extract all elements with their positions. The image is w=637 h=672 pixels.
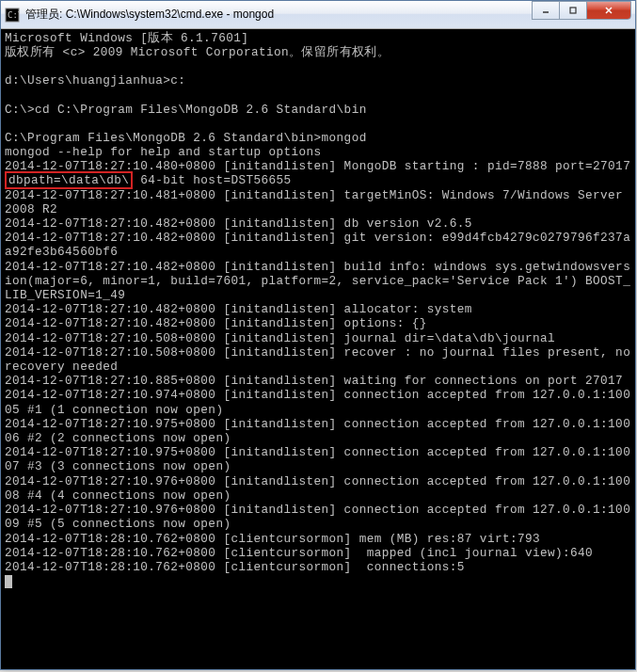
cmd-window: C:\ 管理员: C:\Windows\system32\cmd.exe - m… xyxy=(0,0,636,670)
terminal-line: 64-bit host=DST56655 xyxy=(133,173,291,187)
terminal-line: 2014-12-07T18:27:10.976+0800 [initandlis… xyxy=(5,474,630,503)
terminal-line: 2014-12-07T18:27:10.482+0800 [initandlis… xyxy=(5,231,630,259)
terminal-line: C:\>cd C:\Program Files\MongoDB 2.6 Stan… xyxy=(5,103,367,117)
terminal-output[interactable]: Microsoft Windows [版本 6.1.7601] 版权所有 <c>… xyxy=(1,29,635,669)
window-title: 管理员: C:\Windows\system32\cmd.exe - mongo… xyxy=(25,7,533,23)
window-controls xyxy=(533,1,631,20)
dbpath-highlight: dbpath=\data\db\ xyxy=(5,171,133,189)
svg-rect-3 xyxy=(570,8,576,13)
terminal-line: 2014-12-07T18:27:10.482+0800 [initandlis… xyxy=(5,316,427,330)
cursor xyxy=(5,575,12,588)
terminal-line: 2014-12-07T18:27:10.975+0800 [initandlis… xyxy=(5,417,630,445)
minimize-button[interactable] xyxy=(532,1,560,20)
close-button[interactable] xyxy=(586,1,631,20)
terminal-line: 2014-12-07T18:27:10.974+0800 [initandlis… xyxy=(5,388,630,416)
terminal-line: 2014-12-07T18:27:10.975+0800 [initandlis… xyxy=(5,445,630,473)
terminal-line: 2014-12-07T18:28:10.762+0800 [clientcurs… xyxy=(5,560,465,574)
terminal-line: 2014-12-07T18:27:10.481+0800 [initandlis… xyxy=(5,188,630,216)
titlebar[interactable]: C:\ 管理员: C:\Windows\system32\cmd.exe - m… xyxy=(1,1,635,29)
terminal-line: Microsoft Windows [版本 6.1.7601] xyxy=(5,31,248,45)
terminal-line: mongod --help for help and startup optio… xyxy=(5,145,322,159)
terminal-line: 版权所有 <c> 2009 Microsoft Corporation。保留所有… xyxy=(5,45,390,59)
terminal-line: 2014-12-07T18:27:10.885+0800 [initandlis… xyxy=(5,374,623,388)
terminal-line: 2014-12-07T18:27:10.482+0800 [initandlis… xyxy=(5,302,472,316)
cmd-icon: C:\ xyxy=(5,8,20,23)
terminal-line: 2014-12-07T18:27:10.482+0800 [initandlis… xyxy=(5,260,630,302)
svg-text:C:\: C:\ xyxy=(8,10,20,20)
terminal-line: d:\Users\huangjianhua>c: xyxy=(5,73,185,88)
terminal-line: C:\Program Files\MongoDB 2.6 Standard\bi… xyxy=(5,131,367,145)
terminal-line: 2014-12-07T18:27:10.508+0800 [initandlis… xyxy=(5,331,555,345)
terminal-line: 2014-12-07T18:28:10.762+0800 [clientcurs… xyxy=(5,532,540,546)
terminal-line: 2014-12-07T18:28:10.762+0800 [clientcurs… xyxy=(5,546,593,560)
maximize-button[interactable] xyxy=(559,1,587,20)
terminal-line: 2014-12-07T18:27:10.976+0800 [initandlis… xyxy=(5,503,630,531)
terminal-line: 2014-12-07T18:27:10.482+0800 [initandlis… xyxy=(5,216,472,231)
terminal-line: 2014-12-07T18:27:10.508+0800 [initandlis… xyxy=(5,345,635,374)
